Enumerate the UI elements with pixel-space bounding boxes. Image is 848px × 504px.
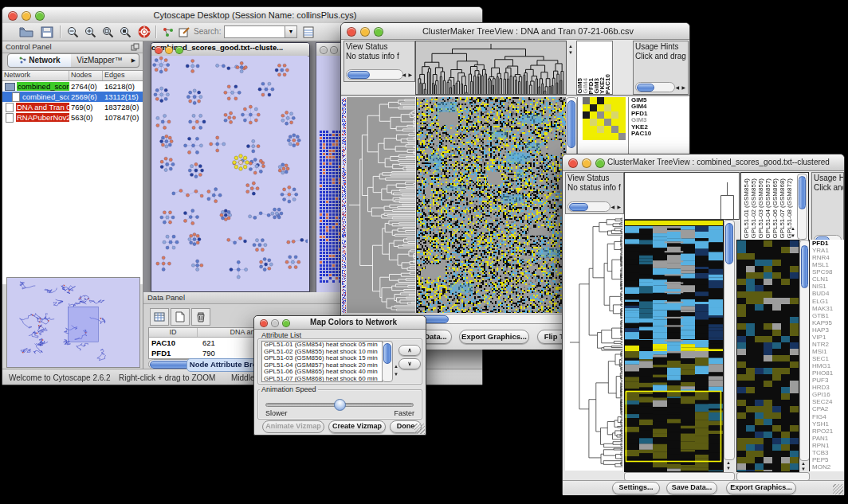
gene-label[interactable]: HMG1 [810,362,844,369]
gene-label[interactable]: RPN1 [810,442,844,449]
column-label[interactable]: GPL51-07 (GSM868) [779,178,786,239]
network-tools-button[interactable] [160,25,176,39]
minimize-icon[interactable] [22,11,31,21]
scroll-left-icon[interactable]: ◀ [402,72,406,77]
heatmap-vscrollbar[interactable] [724,220,735,460]
slider-thumb[interactable] [334,399,346,411]
zoom-in-button[interactable] [82,25,98,39]
scroll-up-icon[interactable]: ▲ [394,364,398,369]
matrix-cell[interactable] [618,119,626,126]
minimize-icon[interactable] [271,319,279,327]
matrix-cell[interactable] [618,111,626,119]
scroll-up-icon[interactable]: ▲ [791,226,795,231]
animation-speed-slider[interactable] [265,399,414,410]
minimize-icon[interactable] [330,46,338,54]
scroll-left-icon[interactable]: ◀ [610,205,614,209]
close-icon[interactable] [568,158,578,168]
selection-strip[interactable] [342,97,346,313]
matrix-cell[interactable] [590,111,597,119]
close-icon[interactable] [347,27,356,37]
help-button[interactable] [136,25,152,39]
settings-button[interactable]: Settings... [612,482,660,494]
search-input[interactable] [224,25,286,38]
scroll-down-icon[interactable]: ▼ [791,233,795,238]
attribute-list[interactable]: GPL51-01 (GSM854) heat shock 05 minGPL51… [261,341,383,382]
gene-label[interactable]: CPA2 [810,405,844,412]
zoom-heatmap[interactable] [583,97,626,140]
gene-label[interactable]: MSI1 [810,348,844,355]
gene-label[interactable]: GTB1 [810,312,844,319]
matrix-cell[interactable] [604,97,611,104]
scroll-up-icon[interactable]: ▲ [801,461,806,466]
row-dendrogram[interactable] [565,214,622,471]
zoom-out-button[interactable] [65,25,80,39]
matrix-cell[interactable] [604,119,611,126]
zoom-heatmap[interactable] [736,240,799,472]
matrix-cell[interactable] [611,97,618,104]
gene-label[interactable]: PHO81 [810,369,844,377]
row-dendrogram[interactable] [347,97,415,313]
matrix-cell[interactable] [583,97,590,104]
scroll-left-icon[interactable]: ◀ [675,85,679,90]
treeview2-titlebar[interactable]: ClusterMaker TreeView : combined_scores_… [563,154,844,171]
gene-label[interactable]: RPO21 [810,428,844,435]
column-dendrogram[interactable] [624,172,740,220]
column-label[interactable]: GPL51-03 (GSM856) [757,178,764,239]
gene-label[interactable]: MSL1 [810,261,844,268]
minimize-icon[interactable] [360,27,370,37]
gene-label[interactable]: PFD1 [810,240,844,247]
network-overview-panel[interactable] [6,277,140,368]
matrix-cell[interactable] [611,111,618,119]
export-graphics-button[interactable]: Export Graphics... [459,330,529,344]
scroll-right-icon[interactable]: ▶ [681,85,685,90]
delete-attribute-button[interactable] [191,308,210,326]
new-attribute-button[interactable] [171,308,190,326]
attribute-list-scrollbar[interactable] [382,341,393,382]
network-row[interactable]: DNA and Tran 07 769(0) 183728(0) [2,102,143,112]
matrix-cell[interactable] [597,111,604,119]
main-titlebar[interactable]: Cytoscape Desktop (Session Name: collins… [2,7,482,24]
matrix-cell[interactable] [618,104,626,111]
matrix-cell[interactable] [597,104,604,111]
gene-label[interactable]: MAK31 [810,305,844,312]
close-icon[interactable] [8,11,18,21]
animate-vizmap-button[interactable]: Animate Vizmap [262,420,324,433]
gene-label[interactable]: ELG1 [810,298,844,305]
network-row[interactable]: RNAPuberNov2+! 563(0) 107847(0) [2,112,143,123]
open-session-button[interactable] [18,25,34,39]
scroll-up-icon[interactable]: ▲ [726,460,731,465]
network-row[interactable]: combined_scores 2764(0) 16218(0) [2,81,143,92]
heatmap-global[interactable] [416,97,566,313]
matrix-cell[interactable] [590,133,597,140]
view-status-scrollbar[interactable] [567,201,610,212]
gene-label[interactable]: SPC98 [810,268,844,275]
column-labels-scrollbar[interactable] [797,174,807,240]
column-dendrogram[interactable] [415,41,567,95]
resize-grip[interactable] [833,484,843,494]
dialog-titlebar[interactable]: Map Colors to Network [254,316,426,330]
create-vizmap-button[interactable]: Create Vizmap [328,420,386,433]
heatmap-global[interactable] [624,220,724,472]
gene-label[interactable]: KAP95 [810,319,844,326]
attribute-item[interactable]: GPL51-07 (GSM868) heat shock 60 min [262,376,382,382]
matrix-cell[interactable] [611,104,618,111]
matrix-cell[interactable] [611,126,618,133]
gene-label[interactable]: YSH1 [810,420,844,428]
gene-label[interactable]: MON2 [810,463,844,471]
table-view-button[interactable] [150,308,169,326]
matrix-cell[interactable] [618,97,626,104]
matrix-cell[interactable] [597,133,604,140]
close-icon[interactable] [260,319,268,327]
matrix-cell[interactable] [618,126,626,133]
scroll-up-icon[interactable]: ▲ [568,44,573,49]
save-data-button[interactable]: Save Data... [666,482,717,494]
matrix-cell[interactable] [597,97,604,104]
scroll-right-icon[interactable]: ▶ [617,205,621,209]
gene-label[interactable]: SEC24 [810,398,844,405]
tab-overflow-button[interactable]: ▶ [128,53,139,68]
gene-label[interactable]: HRD3 [810,384,844,391]
move-up-button[interactable]: ∧ [398,345,421,356]
tab-network[interactable]: Network [7,53,73,68]
gene-label[interactable]: FIG4 [810,413,844,420]
usage-hints-scrollbar[interactable] [635,82,675,92]
